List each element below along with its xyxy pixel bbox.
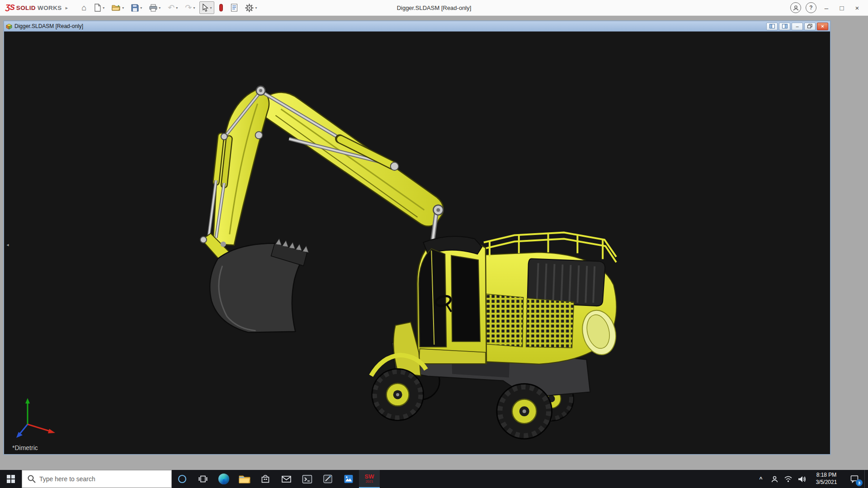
solidworks-taskbar-button[interactable]: SW 2021 [359,470,380,488]
solidworks-app-icon: SW [365,474,374,479]
menu-flyout-arrow[interactable]: ▸ [66,5,68,11]
edge-button[interactable] [213,470,234,488]
save-dropdown[interactable]: ▾ [140,6,142,10]
selection-filter-icon [219,4,223,12]
mail-icon [281,474,292,483]
undo-icon: ↶ [168,4,175,12]
pane-left-icon [769,24,775,28]
logo-text-solid: SOLID [16,5,36,11]
command-prompt-button[interactable] [297,470,317,488]
mail-button[interactable] [276,470,297,488]
task-view-button[interactable] [193,470,213,488]
taskbar-spacer [380,470,754,488]
start-button[interactable] [0,470,22,488]
app-window-controls: ? – □ × [788,1,868,14]
orientation-triad-icon [10,392,65,441]
clock-time: 8:18 PM [816,472,837,479]
command-prompt-icon [302,474,312,484]
restore-icon [807,24,812,28]
redo-button[interactable]: ↷ ▾ [182,1,198,14]
doc-restore-button[interactable] [804,23,816,30]
taskbar-clock[interactable]: 8:18 PM 3/5/2021 [808,470,844,488]
excavator-model[interactable] [4,32,830,454]
cortana-button[interactable] [172,470,193,488]
select-arrow-icon [202,4,208,12]
home-icon: ⌂ [81,4,86,12]
user-icon [793,5,799,11]
photos-icon [344,474,354,484]
people-icon [771,475,778,483]
action-center-button[interactable]: 3 [844,470,864,488]
app-minimize-button[interactable]: – [819,1,834,14]
screen: ƷS SOLID WORKS ▸ ⌂ ▾ ▾ [0,0,868,488]
taskbar: SW 2021 ^ 8:18 PM [0,470,868,488]
options-button[interactable]: ▾ [242,1,259,14]
document-titlebar[interactable]: Digger.SLDASM [Read-only] [4,21,830,31]
options-dropdown[interactable]: ▾ [255,6,257,10]
viewport-3d[interactable]: *Dimetric ◂ [4,31,830,454]
user-account-button[interactable] [790,2,801,13]
file-properties-button[interactable] [228,1,241,14]
redo-icon: ↷ [185,4,192,12]
search-icon [27,474,37,484]
network-icon [784,475,793,483]
assembly-cube-icon [6,23,12,29]
snip-sketch-icon [323,474,333,484]
app-titlebar: ƷS SOLID WORKS ▸ ⌂ ▾ ▾ [0,0,868,16]
save-icon [131,4,139,12]
store-button[interactable] [255,470,276,488]
new-document-button[interactable]: ▾ [91,1,107,14]
app-window-title: Digger.SLDASM [Read-only] [397,0,472,16]
select-button[interactable]: ▾ [199,1,214,14]
app-maximize-button[interactable]: □ [835,1,849,14]
file-explorer-button[interactable] [234,470,255,488]
notification-badge: 3 [856,479,863,486]
cortana-icon [177,474,187,484]
app-close-button[interactable]: × [850,1,864,14]
file-properties-icon [231,4,238,12]
document-window: Digger.SLDASM [Read-only] [3,20,831,455]
logo-text-works: WORKS [38,5,62,11]
pane-right-button[interactable] [779,23,790,30]
doc-minimize-button[interactable]: – [792,23,803,30]
print-dropdown[interactable]: ▾ [159,6,160,10]
open-button[interactable]: ▾ [109,1,127,14]
print-icon [149,4,157,12]
volume-icon [797,475,806,483]
photos-button[interactable] [338,470,359,488]
save-button[interactable]: ▾ [128,1,145,14]
snip-sketch-button[interactable] [317,470,338,488]
help-button[interactable]: ? [806,2,816,13]
clock-date: 3/5/2021 [816,479,837,486]
show-desktop-button[interactable] [864,470,868,488]
redo-dropdown[interactable]: ▾ [193,6,195,10]
open-folder-icon [112,4,121,11]
volume-button[interactable] [795,470,808,488]
featuremanager-collapse-arrow[interactable]: ◂ [5,238,10,251]
network-button[interactable] [781,470,795,488]
print-button[interactable]: ▾ [146,1,163,14]
hidden-icons-button[interactable]: ^ [754,470,768,488]
edge-icon [218,474,229,484]
undo-button[interactable]: ↶ ▾ [165,1,180,14]
open-dropdown[interactable]: ▾ [122,6,124,10]
pane-right-icon [782,24,788,28]
task-view-icon [198,474,208,484]
windows-logo-icon [7,475,15,483]
taskbar-search [22,470,172,488]
file-explorer-icon [239,474,250,484]
search-input[interactable] [22,470,171,488]
selection-filter-button[interactable] [216,1,226,14]
select-dropdown[interactable]: ▾ [210,6,212,10]
new-document-dropdown[interactable]: ▾ [103,6,104,10]
help-icon: ? [809,5,812,11]
solidworks-year-label: 2021 [366,479,373,483]
home-button[interactable]: ⌂ [79,1,89,14]
dassault-logo-icon: ƷS [5,3,14,12]
document-window-controls: – × [766,23,828,30]
main-toolbar: ⌂ ▾ ▾ [79,1,259,14]
undo-dropdown[interactable]: ▾ [176,6,178,10]
pane-left-button[interactable] [766,23,778,30]
people-button[interactable] [768,470,781,488]
doc-close-button[interactable]: × [817,23,828,30]
